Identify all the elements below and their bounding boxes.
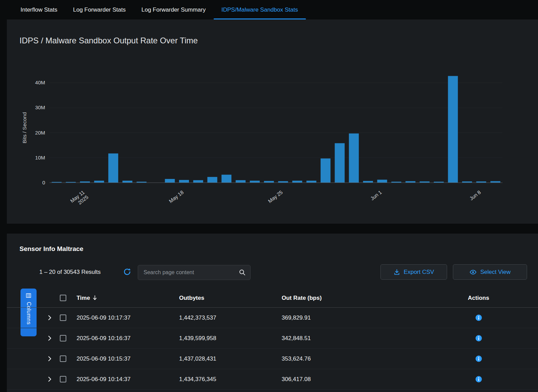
info-icon[interactable]: [475, 314, 482, 321]
row-outbytes: 1,442,373,537: [173, 314, 275, 321]
select-view-button[interactable]: Select View: [453, 264, 527, 280]
row-time: 2025-06-09 10:15:37: [70, 355, 173, 362]
row-out-rate: 342,848.51: [275, 335, 419, 342]
svg-text:40M: 40M: [35, 80, 45, 85]
sensor-info-panel: Sensor Info Maltrace 1 – 20 of 30543 Res…: [7, 234, 538, 392]
row-outbytes: 1,434,376,345: [173, 376, 275, 383]
search-box: [138, 265, 251, 280]
search-input[interactable]: [138, 269, 239, 276]
header-time: Time: [77, 295, 90, 302]
select-view-label: Select View: [480, 269, 511, 276]
table-header-row: Time Outbytes Out Rate (bps) Actions: [7, 289, 538, 308]
row-checkbox[interactable]: [60, 314, 66, 321]
svg-text:May 112025: May 112025: [69, 189, 89, 209]
tab-interflow-stats[interactable]: Interflow Stats: [13, 0, 65, 19]
export-csv-label: Export CSV: [404, 269, 434, 276]
row-out-rate: 369,829.91: [275, 314, 419, 321]
tab-log-forwarder-stats[interactable]: Log Forwarder Stats: [65, 0, 134, 19]
table-row: 2025-06-09 10:14:37 1,434,376,345 306,41…: [7, 369, 538, 390]
row-checkbox[interactable]: [60, 376, 66, 382]
table-body: 2025-06-09 10:17:37 1,442,373,537 369,82…: [7, 308, 538, 390]
tab-idps-malware-sandbox-stats[interactable]: IDPS/Malware Sandbox Stats: [214, 0, 306, 19]
expand-row-chevron-icon[interactable]: [48, 335, 52, 341]
row-time: 2025-06-09 10:16:37: [70, 335, 173, 342]
search-button[interactable]: [239, 269, 250, 276]
info-icon[interactable]: [475, 355, 482, 362]
svg-text:10M: 10M: [35, 155, 45, 160]
output-rate-bar-chart: 010M20M30M40MMay 112025May 18May 25Jun 1…: [7, 19, 538, 224]
header-outbytes: Outbytes: [173, 295, 275, 302]
table-row: 2025-06-09 10:16:37 1,439,599,958 342,84…: [7, 328, 538, 349]
svg-text:20M: 20M: [35, 130, 45, 136]
export-csv-button[interactable]: Export CSV: [380, 264, 447, 280]
row-time: 2025-06-09 10:14:37: [70, 376, 173, 383]
row-out-rate: 353,624.76: [275, 355, 419, 362]
header-out-rate: Out Rate (bps): [275, 295, 419, 302]
refresh-button[interactable]: [123, 268, 131, 276]
table-row: 2025-06-09 10:17:37 1,442,373,537 369,82…: [7, 308, 538, 328]
eye-icon: [469, 268, 477, 276]
row-checkbox[interactable]: [60, 335, 66, 341]
svg-text:Jun 1: Jun 1: [369, 189, 383, 201]
row-checkbox[interactable]: [60, 355, 66, 362]
tab-label: IDPS/Malware Sandbox Stats: [221, 6, 298, 13]
header-actions: Actions: [419, 295, 538, 302]
search-icon: [239, 269, 246, 276]
svg-text:Jun 8: Jun 8: [468, 189, 482, 201]
sort-desc-icon[interactable]: [92, 295, 97, 301]
section-heading: Sensor Info Maltrace: [19, 245, 83, 253]
expand-row-chevron-icon[interactable]: [48, 356, 52, 362]
svg-text:May 18: May 18: [168, 189, 185, 204]
info-icon[interactable]: [475, 376, 482, 383]
refresh-icon: [123, 268, 131, 276]
svg-text:Bits / Second: Bits / Second: [22, 112, 27, 143]
chart-panel: IDPS / Malware Sandbox Output Rate Over …: [7, 19, 538, 224]
table-row: 2025-06-09 10:15:37 1,437,028,431 353,62…: [7, 349, 538, 369]
select-all-checkbox[interactable]: [60, 295, 66, 301]
row-time: 2025-06-09 10:17:37: [70, 314, 173, 321]
svg-text:May 25: May 25: [267, 189, 284, 204]
info-icon[interactable]: [475, 335, 482, 342]
row-outbytes: 1,437,028,431: [173, 355, 275, 362]
row-outbytes: 1,439,599,958: [173, 335, 275, 342]
tab-log-forwarder-summary[interactable]: Log Forwarder Summary: [134, 0, 214, 19]
expand-row-chevron-icon[interactable]: [48, 315, 52, 321]
top-tab-bar: Interflow Stats Log Forwarder Stats Log …: [0, 0, 538, 19]
svg-text:0: 0: [42, 180, 45, 185]
expand-row-chevron-icon[interactable]: [48, 376, 52, 382]
results-count: 1 – 20 of 30543 Results: [39, 269, 101, 276]
svg-text:30M: 30M: [35, 104, 45, 110]
row-out-rate: 306,417.08: [275, 376, 419, 383]
results-table: Time Outbytes Out Rate (bps) Actions 202…: [7, 289, 538, 390]
download-icon: [393, 269, 400, 276]
